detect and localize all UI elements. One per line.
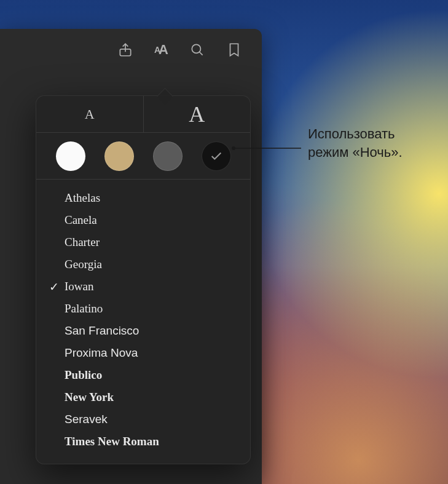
increase-font-button[interactable]: A — [143, 96, 251, 132]
theme-gray[interactable] — [153, 141, 183, 171]
font-item[interactable]: ✓Iowan — [36, 276, 250, 298]
svg-point-3 — [232, 146, 235, 150]
font-item[interactable]: New York — [36, 386, 250, 408]
font-item[interactable]: Charter — [36, 231, 250, 253]
font-selected-check: ✓ — [49, 280, 60, 294]
checkmark-icon — [210, 149, 223, 163]
decrease-font-button[interactable]: A — [36, 96, 143, 132]
font-label: Georgia — [65, 258, 102, 271]
theme-row — [36, 133, 250, 180]
callout-text: Использовать режим «Ночь». — [308, 125, 403, 161]
font-item[interactable]: Canela — [36, 209, 250, 231]
font-item[interactable]: Times New Roman — [36, 430, 250, 453]
font-item[interactable]: Seravek — [36, 408, 250, 430]
font-label: Palatino — [65, 302, 103, 315]
increase-font-glyph: A — [189, 101, 205, 127]
share-icon[interactable] — [117, 42, 133, 58]
callout-line1: Использовать — [308, 126, 395, 141]
books-window: AA A A AthelasCanelaCharter — [0, 29, 262, 484]
font-size-row: A A — [36, 96, 250, 133]
font-item[interactable]: Proxima Nova — [36, 342, 250, 364]
font-label: Iowan — [65, 280, 93, 293]
font-label: San Francisco — [65, 324, 139, 338]
font-list: AthelasCanelaCharterGeorgia✓IowanPalatin… — [36, 180, 250, 464]
font-item[interactable]: Publico — [36, 364, 250, 386]
callout-leader — [234, 140, 301, 141]
appearance-icon[interactable]: AA — [154, 42, 168, 58]
appearance-popover: A A AthelasCanelaCharterGeorgia✓IowanPal… — [36, 95, 251, 464]
theme-night[interactable] — [202, 141, 231, 171]
font-label: Times New Roman — [65, 435, 159, 448]
font-item[interactable]: Palatino — [36, 298, 250, 320]
font-label: Proxima Nova — [65, 346, 138, 360]
callout-line2: режим «Ночь». — [308, 145, 403, 160]
font-item[interactable]: Athelas — [36, 187, 250, 209]
theme-white[interactable] — [56, 141, 85, 171]
search-icon[interactable] — [189, 42, 205, 58]
toolbar: AA — [117, 29, 262, 71]
font-label: Seravek — [65, 413, 108, 426]
decrease-font-glyph: A — [85, 106, 95, 122]
font-label: Charter — [65, 236, 100, 249]
font-label: Canela — [65, 213, 97, 227]
font-label: New York — [65, 391, 114, 404]
font-label: Athelas — [65, 191, 100, 205]
bookmark-icon[interactable] — [226, 42, 242, 58]
theme-sepia[interactable] — [104, 141, 134, 171]
font-item[interactable]: San Francisco — [36, 320, 250, 342]
font-label: Publico — [65, 368, 102, 382]
font-item[interactable]: Georgia — [36, 253, 250, 276]
